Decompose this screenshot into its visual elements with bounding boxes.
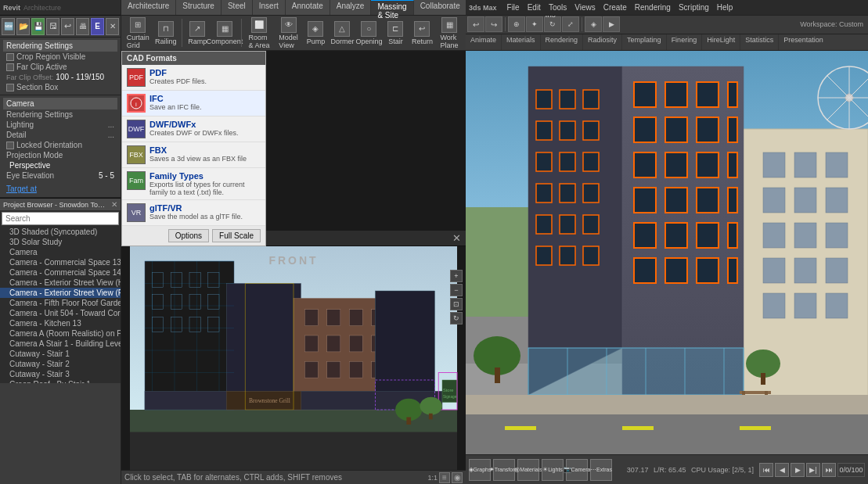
- curtain-grid-btn[interactable]: ⊞ Curtain Grid: [124, 15, 152, 52]
- railing-btn[interactable]: ⊓ Railing: [153, 19, 178, 48]
- pb-search-input[interactable]: [2, 212, 119, 225]
- max-undo-btn[interactable]: ↩: [467, 16, 484, 32]
- crop-region-checkbox[interactable]: [6, 53, 14, 61]
- save-as-button[interactable]: 🖫: [46, 18, 59, 35]
- max-tab-finering[interactable]: Finering: [667, 34, 703, 50]
- max-rendering-menu[interactable]: Rendering: [631, 2, 675, 13]
- pb-item-14[interactable]: Cutaway - Stair 3: [0, 369, 121, 379]
- tab-architecture[interactable]: Architecture: [121, 0, 176, 15]
- tab-insert[interactable]: Insert: [253, 0, 286, 15]
- section-box-checkbox[interactable]: [6, 84, 14, 91]
- max-create-menu[interactable]: Create: [600, 2, 631, 13]
- max-edit-menu[interactable]: Edit: [524, 2, 545, 13]
- zoom-out-btn[interactable]: −: [450, 284, 463, 296]
- max-rotate-btn[interactable]: ↻: [544, 16, 561, 32]
- tab-annotate[interactable]: Annotate: [286, 0, 330, 15]
- stair-btn[interactable]: ⊏ Stair: [383, 19, 408, 48]
- tab-steel[interactable]: Steel: [222, 0, 253, 15]
- max-scale-btn[interactable]: ⤢: [562, 16, 579, 32]
- max-views-menu[interactable]: Views: [571, 2, 600, 13]
- max-file-menu[interactable]: File: [503, 2, 524, 13]
- max-move-btn[interactable]: ✦: [526, 16, 543, 32]
- pb-item-12[interactable]: Cutaway - Stair 1: [0, 349, 121, 359]
- model-view-btn[interactable]: 👁 Model View: [276, 15, 302, 52]
- work-plane-btn[interactable]: ▦ Work Plane: [436, 15, 463, 52]
- max-tab-templating[interactable]: Templating: [622, 34, 667, 50]
- max-material-btn[interactable]: ◈: [585, 16, 602, 32]
- tab-analyze[interactable]: Analyze: [330, 0, 372, 15]
- max-materials-btn[interactable]: ◎ Materials: [517, 459, 539, 481]
- tab-structure[interactable]: Structure: [176, 0, 222, 15]
- print-button[interactable]: 🖶: [76, 18, 89, 35]
- target-link[interactable]: Target at: [3, 182, 117, 195]
- max-help-menu[interactable]: Help: [713, 2, 737, 13]
- max-tab-radiosity[interactable]: Radiosity: [583, 34, 622, 50]
- pb-item-1[interactable]: 3D Solar Study: [0, 237, 121, 247]
- pb-item-7[interactable]: Camera - Fifth Floor Roof Garden: [0, 298, 121, 308]
- pb-item-11[interactable]: Camera A Stair 1 - Building Level: [0, 339, 121, 349]
- open-button[interactable]: 📂: [16, 18, 30, 35]
- rotation-btn[interactable]: ↻: [450, 312, 463, 324]
- pb-item-5[interactable]: Camera - Exterior Street View (Hidden): [0, 278, 121, 288]
- close-button[interactable]: ✕: [106, 18, 119, 35]
- max-camera-btn[interactable]: 📷 Camera: [566, 459, 588, 481]
- pb-item-3[interactable]: Camera - Commercial Space 13: [0, 257, 121, 267]
- dropdown-item-family[interactable]: Fam Family Types Exports list of types f…: [122, 168, 265, 200]
- fit-btn[interactable]: ⊡: [450, 298, 463, 310]
- pb-item-15[interactable]: Green Roof - By Stair 1: [0, 379, 121, 383]
- time-prev-btn[interactable]: ◀: [775, 463, 789, 477]
- pb-item-4[interactable]: Camera - Commercial Space 14: [0, 267, 121, 278]
- max-tab-presentation[interactable]: Presentation: [779, 34, 828, 50]
- return-btn[interactable]: ↩ Return: [409, 19, 434, 48]
- max-tab-materials[interactable]: Materials: [502, 34, 541, 50]
- tab-collaborate[interactable]: Collaborate: [414, 0, 467, 15]
- full-scale-button[interactable]: Full Scale: [212, 229, 261, 242]
- pb-item-0[interactable]: 3D Shaded (Syncopated): [0, 227, 121, 237]
- component-btn[interactable]: ▦ Component: [211, 19, 238, 48]
- dropdown-item-gltf[interactable]: VR glTF/VR Save the model as a glTF file…: [122, 200, 265, 226]
- max-scripting-menu[interactable]: Scripting: [675, 2, 713, 13]
- pb-item-10[interactable]: Camera A (Room Realistic) on Point Cloud: [0, 328, 121, 339]
- viewport-close-btn[interactable]: ✕: [452, 232, 461, 244]
- max-render-btn[interactable]: ▶: [603, 16, 620, 32]
- max-tab-rendering[interactable]: Rendering: [541, 34, 584, 50]
- tab-massing[interactable]: Massing & Site: [371, 0, 413, 15]
- pb-item-6[interactable]: Camera - Exterior Street View (Ready): [0, 288, 121, 298]
- time-end-btn[interactable]: ⏭: [822, 463, 836, 477]
- detail-btn[interactable]: ◉: [452, 472, 463, 483]
- pb-item-9[interactable]: Camera - Kitchen 13: [0, 318, 121, 328]
- max-lights-btn[interactable]: ☀ Lights: [542, 459, 564, 481]
- pump-btn[interactable]: ◈ Pump: [303, 19, 328, 48]
- dropdown-item-pdf[interactable]: PDF PDF Creates PDF files.: [122, 65, 265, 91]
- dormer-btn[interactable]: △ Dormer: [330, 19, 355, 48]
- max-select-btn[interactable]: ⊕: [508, 16, 525, 32]
- layers-btn[interactable]: ≡: [439, 472, 450, 483]
- pb-item-8[interactable]: Camera - Unit 504 - Toward Core: [0, 308, 121, 318]
- dropdown-item-ifc[interactable]: i IFC Save an IFC file.: [122, 91, 265, 117]
- export-button[interactable]: E: [91, 18, 104, 35]
- max-tab-statistics[interactable]: Statistics: [740, 34, 779, 50]
- max-tools-menu[interactable]: Tools: [545, 2, 571, 13]
- time-play-btn[interactable]: ▶: [791, 463, 805, 477]
- max-transform-btn[interactable]: ✦ Transform: [493, 459, 515, 481]
- room-area-btn[interactable]: ⬜ Room & Area: [244, 15, 273, 52]
- pb-item-2[interactable]: Camera: [0, 247, 121, 257]
- options-button[interactable]: Options: [168, 229, 209, 242]
- max-tab-animate[interactable]: Animate: [466, 34, 502, 50]
- max-tab-hirelight[interactable]: HireLight: [702, 34, 740, 50]
- time-next-btn[interactable]: ▶|: [806, 463, 820, 477]
- max-redo-btn[interactable]: ↪: [485, 16, 502, 32]
- new-button[interactable]: 🆕: [2, 18, 15, 35]
- dropdown-item-fbx[interactable]: FBX FBX Saves a 3d view as an FBX file: [122, 142, 265, 168]
- max-graphs-btn[interactable]: ◈ Graphs: [469, 459, 491, 481]
- save-button[interactable]: 💾: [31, 18, 45, 35]
- opening-btn[interactable]: ○ Opening: [356, 19, 381, 48]
- time-start-btn[interactable]: ⏮: [759, 463, 773, 477]
- far-clip-checkbox[interactable]: [6, 63, 14, 71]
- zoom-in-btn[interactable]: +: [450, 270, 463, 282]
- max-extras-btn[interactable]: ⋯ Extras: [590, 459, 612, 481]
- pb-item-13[interactable]: Cutaway - Stair 2: [0, 359, 121, 369]
- pb-close-btn[interactable]: ✕: [111, 200, 117, 209]
- dropdown-item-dwf[interactable]: DWF DWF/DWFx Creates DWF or DWFx files.: [122, 117, 265, 142]
- undo-button[interactable]: ↩: [61, 18, 74, 35]
